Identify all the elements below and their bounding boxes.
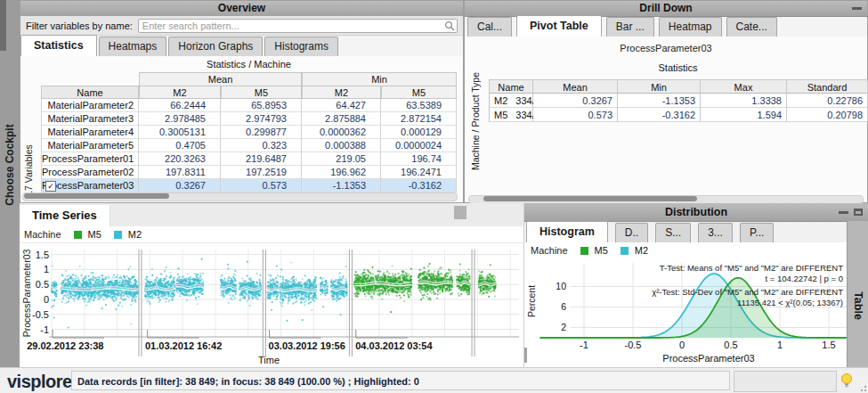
svg-text:01.03.2012 16:42: 01.03.2012 16:42	[145, 340, 222, 351]
overview-hscrollbar-thumb[interactable]	[24, 193, 169, 199]
stats-cell[interactable]: 196.962	[302, 166, 381, 179]
tab-p[interactable]: P...	[740, 223, 774, 242]
stats-cell[interactable]: 219.05	[302, 152, 381, 166]
stats-cell[interactable]: 64.427	[302, 99, 381, 112]
maximize-icon[interactable]	[854, 209, 863, 216]
stats-cell[interactable]: 0.000388	[302, 139, 381, 152]
pivot-cell[interactable]: 0.20798	[787, 108, 868, 122]
stats-cell[interactable]: 63.5389	[381, 99, 457, 112]
distribution-titlebar[interactable]: Distribution	[524, 203, 868, 222]
pivot-cell[interactable]: 1.3338	[701, 94, 787, 108]
stats-row-name[interactable]: ProcessParameter01	[41, 152, 139, 166]
distribution-title: Distribution	[665, 206, 727, 218]
pivot-cell[interactable]: -1.1353	[618, 94, 701, 108]
stats-cell[interactable]: 2.974793	[221, 112, 302, 126]
stats-row-name[interactable]: MaterialParameter5	[41, 139, 139, 152]
minimize-icon[interactable]	[852, 7, 862, 10]
stats-cell[interactable]: 0.4705	[139, 139, 221, 152]
timeseries-tab[interactable]: Time Series	[20, 205, 110, 226]
variables-count-label: 17 Variables	[23, 144, 34, 196]
stats-cell[interactable]: -0.3162	[381, 179, 457, 192]
stats-row-name[interactable]: ProcessParameter02	[41, 166, 139, 179]
pivot-column-header-name: Name	[490, 79, 533, 94]
tab-statistics[interactable]: Statistics	[20, 35, 97, 56]
tab-heatmap[interactable]: Heatmap	[659, 17, 722, 37]
search-input[interactable]	[138, 19, 458, 33]
stats-cell[interactable]: 197.8311	[139, 166, 221, 179]
drilldown-panel: Drill Down Cal...Pivot TableBar ...Heatm…	[464, 0, 868, 203]
pivot-title: Statistics	[489, 62, 867, 73]
stats-cell[interactable]: 65.8953	[221, 99, 302, 112]
tab-pivot-table[interactable]: Pivot Table	[516, 15, 602, 37]
legend-swatch-m2[interactable]	[114, 231, 122, 239]
table-side-tab[interactable]: Table	[847, 221, 868, 367]
stats-cell[interactable]: 0.323	[221, 139, 302, 152]
pivot-row-name[interactable]: M2334A	[490, 94, 533, 108]
tab-cate[interactable]: Cate...	[726, 17, 777, 37]
stats-column-header-m5-4: M5	[381, 86, 457, 99]
pivot-cell[interactable]: -0.3162	[618, 108, 701, 122]
stats-cell[interactable]: 0.3267	[139, 179, 221, 192]
distribution-scroll-nub[interactable]	[524, 348, 527, 363]
stats-cell[interactable]: 0.299877	[221, 126, 302, 139]
tab-d[interactable]: D..	[615, 223, 648, 242]
tab-bar[interactable]: Bar ...	[606, 17, 654, 37]
legend-item-m2: M2	[128, 229, 142, 240]
stats-row-name[interactable]: ✓ProcessParameter03	[41, 179, 139, 192]
pivot-row-name[interactable]: M5334A	[490, 108, 533, 122]
stats-cell[interactable]: 0.0000024	[381, 139, 457, 152]
tab-histograms[interactable]: Histograms	[264, 37, 338, 56]
histogram-chart[interactable]: 2610-1-0.500.511.5ProcessParameter03Perc…	[524, 258, 848, 367]
stats-row-name[interactable]: MaterialParameter3	[41, 112, 139, 126]
stats-cell[interactable]: 196.74	[381, 152, 457, 166]
pivot-cell[interactable]: 0.22786	[787, 94, 868, 108]
lightbulb-icon[interactable]	[840, 373, 853, 389]
pivot-row-axis-label: Machine / Product Type	[470, 72, 481, 170]
pivot-column-header-standard-deviation: Standard Deviation	[787, 79, 868, 94]
stats-cell[interactable]: 0.3005131	[139, 126, 221, 139]
stats-cell[interactable]: 2.872154	[381, 112, 457, 126]
overview-hscrollbar[interactable]	[22, 192, 458, 201]
legend-swatch-m2[interactable]	[621, 247, 629, 255]
timeseries-chart[interactable]: 1.510.50-0.5-1ProcessParameter0329.02.20…	[20, 242, 523, 367]
distribution-panel: Distribution HistogramD..S...3...P... Ma…	[523, 203, 868, 367]
stats-cell[interactable]: 2.875884	[302, 112, 381, 126]
stats-cell[interactable]: 2.978485	[139, 112, 221, 126]
tab-s[interactable]: S...	[655, 223, 691, 242]
stats-cell[interactable]: 0.0000362	[302, 126, 381, 139]
tab-histogram[interactable]: Histogram	[526, 221, 608, 242]
row-checkbox[interactable]: ✓	[45, 181, 56, 192]
stats-row-name[interactable]: MaterialParameter2	[41, 99, 139, 112]
stats-row-name[interactable]: MaterialParameter4	[41, 126, 139, 139]
legend-swatch-m5[interactable]	[580, 247, 588, 255]
minimize-icon[interactable]	[839, 211, 848, 214]
stats-cell[interactable]: 197.2519	[221, 166, 302, 179]
pivot-cell[interactable]: 1.594	[701, 108, 787, 122]
stats-cell[interactable]: 66.2444	[139, 99, 221, 112]
timeseries-corner-handle[interactable]	[454, 206, 466, 219]
legend-swatch-m5[interactable]	[74, 231, 82, 239]
tab-heatmaps[interactable]: Heatmaps	[99, 37, 167, 56]
resize-grip[interactable]	[857, 382, 866, 391]
search-box	[138, 19, 458, 33]
overview-titlebar[interactable]: Overview	[20, 1, 463, 17]
pivot-cell[interactable]: 0.573	[533, 108, 618, 122]
drilldown-content: ProcessParameter03 Statistics NameMeanMi…	[465, 37, 867, 202]
stats-cell[interactable]: 219.6487	[221, 152, 302, 166]
legend-item-m5: M5	[595, 245, 608, 256]
stats-cell[interactable]: 220.3263	[139, 152, 221, 166]
stats-cell[interactable]: 196.2471	[381, 166, 457, 179]
stats-cell[interactable]: -1.1353	[302, 179, 381, 192]
status-text-box: Data records [in filter]: 38 849; in foc…	[71, 371, 730, 390]
tab-3[interactable]: 3...	[698, 223, 733, 242]
stats-cell[interactable]: 0.000129	[381, 126, 457, 139]
tab-cal[interactable]: Cal...	[467, 17, 512, 37]
svg-text:ProcessParameter03: ProcessParameter03	[662, 353, 754, 364]
stats-cell[interactable]: 0.573	[221, 179, 302, 192]
tab-horizon-graphs[interactable]: Horizon Graphs	[168, 37, 263, 56]
svg-text:-1: -1	[40, 324, 49, 335]
choose-cockpit-bar[interactable]: Choose Cockpit	[0, 0, 20, 367]
pivot-cell[interactable]: 0.3267	[533, 94, 618, 108]
svg-text:03.03.2012 19:56: 03.03.2012 19:56	[269, 340, 345, 351]
pivot-hscrollbar-thumb[interactable]	[483, 196, 697, 201]
